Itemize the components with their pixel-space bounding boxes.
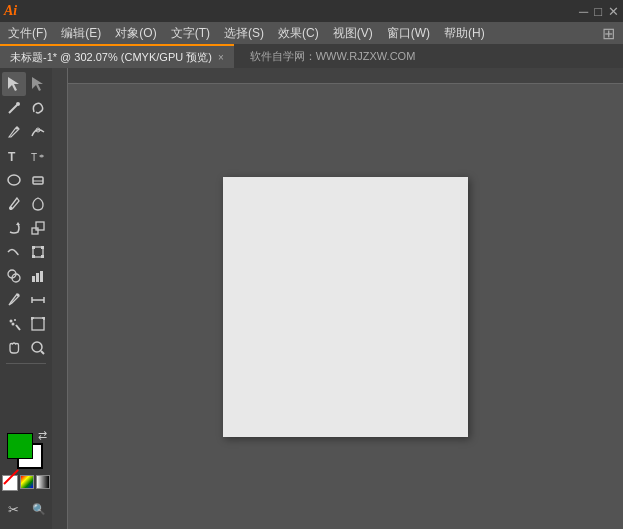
canvas-area (52, 68, 623, 529)
minimize-btn[interactable]: ─ (579, 4, 588, 19)
svg-point-29 (10, 320, 13, 323)
svg-rect-16 (32, 246, 35, 249)
svg-point-3 (16, 102, 20, 106)
paintbrush-tool-btn[interactable] (2, 192, 26, 216)
svg-rect-24 (40, 271, 43, 282)
window-controls: ─ □ ✕ (579, 4, 619, 19)
free-transform-tool-btn[interactable] (26, 240, 50, 264)
fill-stroke-stack: ⇄ (7, 433, 45, 471)
titlebar: Ai ─ □ ✕ (0, 0, 623, 22)
svg-line-38 (41, 351, 44, 354)
menu-type[interactable]: 文字(T) (165, 23, 216, 44)
svg-point-4 (16, 127, 19, 130)
type-tool-btn[interactable]: T (2, 144, 26, 168)
svg-point-31 (12, 323, 15, 326)
hand-tool-btn[interactable] (2, 336, 26, 360)
magic-wand-tool-btn[interactable] (2, 96, 26, 120)
svg-text:T: T (31, 152, 37, 163)
color-mode-gradient-btn[interactable] (36, 475, 50, 489)
svg-rect-13 (32, 228, 38, 234)
svg-point-37 (32, 342, 42, 352)
color-area: ⇄ (0, 429, 52, 495)
svg-rect-19 (41, 255, 44, 258)
artboard[interactable] (223, 177, 468, 437)
svg-rect-14 (36, 222, 44, 230)
color-mode-solid-btn[interactable] (20, 475, 34, 489)
maximize-btn[interactable]: □ (594, 4, 602, 19)
artboard-tool-btn[interactable] (26, 312, 50, 336)
warp-tool-btn[interactable] (2, 240, 26, 264)
toolbar-divider (6, 363, 46, 364)
selection-tool-btn[interactable] (2, 72, 26, 96)
bottom-tools: ✂ 🔍 (1, 497, 51, 521)
close-btn[interactable]: ✕ (608, 4, 619, 19)
direct-selection-tool-btn[interactable] (26, 72, 50, 96)
curvature-tool-btn[interactable] (26, 120, 50, 144)
tabbar: 未标题-1* @ 302.07% (CMYK/GPU 预览) × 软件自学网：W… (0, 44, 623, 68)
menu-edit[interactable]: 编辑(E) (55, 23, 107, 44)
fill-swatch[interactable] (7, 433, 33, 459)
svg-rect-18 (32, 255, 35, 258)
ruler-left (52, 68, 68, 529)
measure-tool-btn[interactable] (26, 288, 50, 312)
zoom-bottom-btn[interactable]: 🔍 (27, 497, 51, 521)
menubar: 文件(F) 编辑(E) 对象(O) 文字(T) 选择(S) 效果(C) 视图(V… (0, 22, 623, 44)
none-color-btn[interactable] (2, 475, 18, 491)
app-logo: Ai (4, 3, 17, 19)
ellipse-tool-btn[interactable] (2, 168, 26, 192)
toolbar: T T (0, 68, 52, 529)
menu-view[interactable]: 视图(V) (327, 23, 379, 44)
grid-icon[interactable]: ⊞ (602, 24, 621, 43)
eyedropper-tool-btn[interactable] (2, 288, 26, 312)
svg-line-2 (9, 105, 17, 113)
svg-rect-17 (41, 246, 44, 249)
pen-tool-btn[interactable] (2, 120, 26, 144)
symbol-sprayer-tool-btn[interactable] (2, 312, 26, 336)
menu-file[interactable]: 文件(F) (2, 23, 53, 44)
touch-type-tool-btn[interactable]: T (26, 144, 50, 168)
color-modes (2, 475, 50, 491)
active-tab[interactable]: 未标题-1* @ 302.07% (CMYK/GPU 预览) × (0, 44, 234, 68)
menu-help[interactable]: 帮助(H) (438, 23, 491, 44)
menu-select[interactable]: 选择(S) (218, 23, 270, 44)
svg-rect-23 (36, 273, 39, 282)
tab-close-btn[interactable]: × (218, 52, 224, 63)
svg-marker-1 (32, 77, 43, 91)
svg-rect-22 (32, 276, 35, 282)
tab-website-label: 软件自学网：WWW.RJZXW.COM (234, 49, 416, 64)
column-graph-tool-btn[interactable] (26, 264, 50, 288)
shape-builder-tool-btn[interactable] (2, 264, 26, 288)
svg-point-25 (17, 294, 20, 297)
svg-point-30 (14, 319, 16, 321)
svg-rect-32 (32, 318, 44, 330)
zoom-tool-btn[interactable] (26, 336, 50, 360)
lasso-tool-btn[interactable] (26, 96, 50, 120)
tab-title: 未标题-1* @ 302.07% (CMYK/GPU 预览) (10, 50, 212, 65)
blob-brush-tool-btn[interactable] (26, 192, 50, 216)
scissors-tool-btn[interactable]: ✂ (1, 497, 25, 521)
svg-point-8 (8, 175, 20, 185)
eraser-tool-btn[interactable] (26, 168, 50, 192)
svg-point-11 (10, 207, 13, 210)
menu-window[interactable]: 窗口(W) (381, 23, 436, 44)
ruler-top (52, 68, 623, 84)
swap-colors-icon[interactable]: ⇄ (38, 429, 47, 442)
menu-object[interactable]: 对象(O) (109, 23, 162, 44)
svg-marker-0 (8, 77, 19, 91)
rotate-tool-btn[interactable] (2, 216, 26, 240)
scale-tool-btn[interactable] (26, 216, 50, 240)
main-area: T T (0, 68, 623, 529)
menu-effect[interactable]: 效果(C) (272, 23, 325, 44)
svg-text:T: T (8, 150, 16, 164)
svg-marker-12 (16, 222, 20, 225)
